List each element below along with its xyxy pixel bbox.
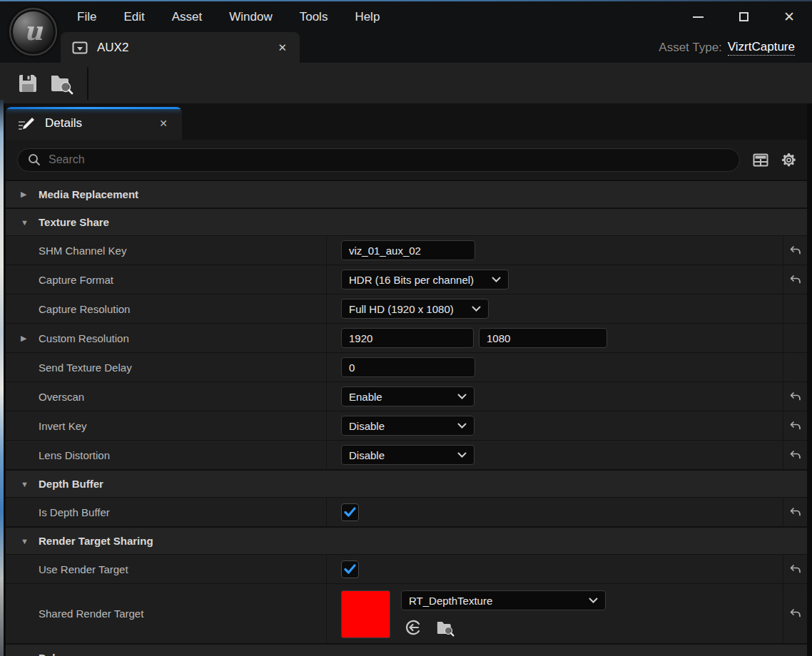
shm-channel-key-input[interactable] [341, 240, 475, 260]
row-capture-format: Capture Format HDR (16 Bits per channel) [6, 265, 807, 294]
row-shm-channel-key: SHM Channel Key [6, 235, 807, 265]
chevron-down-icon [492, 277, 501, 282]
row-invert-key: Invert Key Disable [6, 411, 807, 440]
close-icon[interactable]: ✕ [782, 10, 796, 24]
menu-window[interactable]: Window [229, 10, 272, 24]
chevron-down-icon [589, 598, 598, 603]
section-debug[interactable]: ▼ Debug [6, 643, 807, 656]
section-render-target-sharing[interactable]: ▼ Render Target Sharing [6, 526, 807, 554]
maximize-icon[interactable] [736, 10, 751, 24]
reset-to-default-icon[interactable] [783, 584, 807, 643]
tab-aux2-label: AUX2 [97, 41, 128, 55]
chevron-down-icon [472, 306, 481, 312]
row-use-render-target: Use Render Target [6, 554, 807, 583]
custom-resolution-width-input[interactable] [341, 328, 474, 348]
reset-to-default-icon[interactable] [783, 498, 807, 526]
search-input[interactable] [49, 153, 729, 166]
settings-gear-icon[interactable] [779, 150, 798, 169]
minimize-icon[interactable] [691, 10, 705, 24]
reset-to-default-icon[interactable] [783, 382, 807, 411]
lens-distortion-dropdown[interactable]: Disable [341, 445, 474, 465]
reset-to-default-icon[interactable] [783, 555, 807, 583]
tab-details-label: Details [45, 116, 82, 130]
section-depth-buffer[interactable]: ▼ Depth Buffer [6, 469, 807, 497]
tab-details-close-icon[interactable]: ✕ [159, 118, 168, 129]
background-window-edge [0, 100, 4, 656]
custom-resolution-height-input[interactable] [479, 328, 607, 348]
shared-render-target-dropdown[interactable]: RT_DepthTexture [401, 590, 606, 610]
caret-down-icon: ▼ [21, 654, 39, 656]
tab-aux2[interactable]: AUX2 ✕ [61, 32, 300, 63]
chevron-down-icon [457, 394, 467, 399]
row-overscan: Overscan Enable [6, 381, 807, 411]
browse-folder-search-icon [48, 72, 73, 95]
row-capture-resolution: Capture Resolution Full HD (1920 x 1080) [6, 294, 807, 323]
asset-type-value-link[interactable]: VizrtCapture [728, 40, 795, 56]
details-tabbar: Details ✕ [6, 103, 807, 140]
save-icon [16, 72, 39, 95]
window-top-border [0, 0, 812, 1]
main-menu: File Edit Asset Window Tools Help [0, 10, 380, 24]
asset-type: Asset Type: VizrtCapture [659, 32, 795, 63]
unreal-editor-window: File Edit Asset Window Tools Help ✕ u AU… [0, 0, 812, 656]
details-search-row [6, 140, 807, 180]
menu-tools[interactable]: Tools [300, 10, 328, 24]
reset-to-default-icon[interactable] [783, 265, 807, 294]
asset-editor-icon [72, 41, 88, 54]
caret-down-icon: ▼ [21, 480, 39, 488]
search-box[interactable] [17, 148, 740, 172]
chevron-down-icon [457, 452, 467, 458]
chevron-down-icon [457, 423, 467, 429]
unreal-logo: u [9, 8, 57, 56]
section-media-replacement[interactable]: ▶ Media Replacement [6, 180, 807, 207]
browse-to-asset-icon[interactable] [435, 617, 455, 637]
menu-help[interactable]: Help [355, 10, 380, 24]
toolbar-separator [87, 67, 88, 100]
menu-edit[interactable]: Edit [123, 10, 144, 24]
caret-right-icon: ▶ [21, 190, 39, 199]
use-render-target-checkbox[interactable] [341, 560, 359, 578]
search-icon [28, 153, 41, 166]
tab-aux2-close-icon[interactable]: ✕ [278, 41, 287, 54]
render-target-thumbnail[interactable] [341, 590, 390, 638]
tab-details[interactable]: Details ✕ [6, 107, 182, 140]
caret-right-icon[interactable]: ▶ [21, 334, 26, 343]
menu-file[interactable]: File [77, 10, 96, 24]
row-lens-distortion: Lens Distortion Disable [6, 440, 807, 469]
save-button[interactable] [11, 67, 44, 100]
checkmark-icon [344, 564, 356, 574]
row-is-depth-buffer: Is Depth Buffer [6, 497, 807, 526]
display-filter-grid-icon[interactable] [751, 150, 770, 169]
reset-to-default-icon[interactable] [783, 236, 807, 265]
row-shared-render-target: Shared Render Target RT_DepthTexture [6, 583, 807, 643]
window-controls: ✕ [691, 10, 812, 24]
section-texture-share[interactable]: ▼ Texture Share [6, 207, 807, 235]
browse-to-asset-button[interactable] [44, 67, 77, 100]
row-custom-resolution: ▶ Custom Resolution [6, 323, 807, 352]
menu-asset[interactable]: Asset [172, 10, 203, 24]
use-selected-asset-icon[interactable] [403, 617, 423, 637]
capture-format-dropdown[interactable]: HDR (16 Bits per channel) [341, 270, 509, 289]
asset-tab-bar: AUX2 ✕ Asset Type: VizrtCapture [0, 32, 812, 63]
caret-down-icon: ▼ [21, 537, 39, 545]
checkmark-icon [344, 507, 356, 517]
capture-resolution-dropdown[interactable]: Full HD (1920 x 1080) [341, 299, 489, 319]
invert-key-dropdown[interactable]: Disable [341, 416, 474, 436]
reset-to-default-icon[interactable] [783, 441, 807, 469]
is-depth-buffer-checkbox[interactable] [341, 503, 359, 521]
row-send-texture-delay: Send Texture Delay [6, 352, 807, 381]
send-texture-delay-input[interactable] [341, 357, 475, 377]
titlebar: File Edit Asset Window Tools Help ✕ [0, 1, 812, 32]
asset-toolbar [0, 63, 812, 103]
overscan-dropdown[interactable]: Enable [341, 386, 474, 406]
caret-down-icon: ▼ [21, 218, 39, 227]
details-panel: Details ✕ [6, 103, 807, 656]
details-pencil-icon [17, 115, 36, 132]
asset-type-label: Asset Type: [659, 41, 722, 55]
reset-to-default-icon[interactable] [783, 411, 807, 440]
